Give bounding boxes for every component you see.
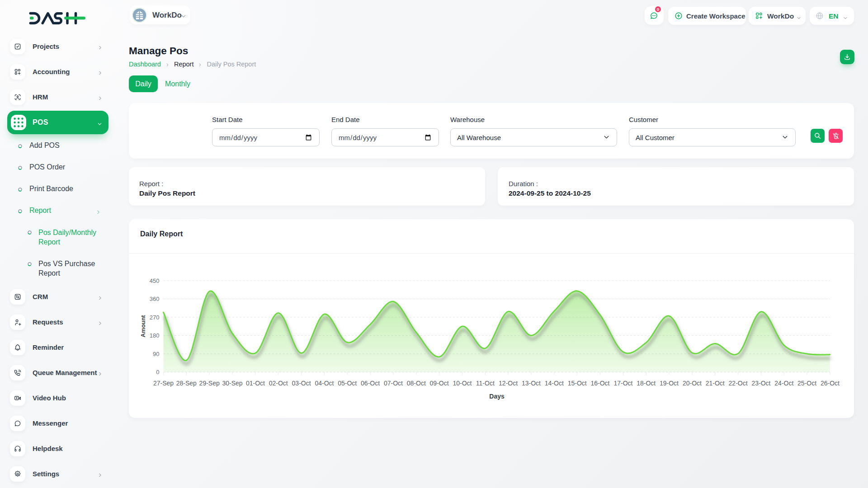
svg-text:Amount: Amount [140,315,146,338]
svg-text:15-Oct: 15-Oct [568,380,587,387]
svg-text:28-Sep: 28-Sep [176,380,197,387]
svg-text:26-Oct: 26-Oct [821,380,840,387]
svg-text:25-Oct: 25-Oct [797,380,816,387]
svg-text:12-Oct: 12-Oct [499,380,518,387]
svg-text:22-Oct: 22-Oct [729,380,748,387]
svg-text:20-Oct: 20-Oct [683,380,702,387]
svg-text:04-Oct: 04-Oct [315,380,334,387]
svg-text:10-Oct: 10-Oct [453,380,472,387]
svg-text:01-Oct: 01-Oct [246,380,265,387]
svg-text:11-Oct: 11-Oct [476,380,495,387]
svg-text:30-Sep: 30-Sep [222,380,242,387]
svg-text:360: 360 [150,296,160,302]
svg-text:0: 0 [156,369,159,375]
svg-text:17-Oct: 17-Oct [613,380,632,387]
svg-text:450: 450 [150,277,160,284]
svg-text:06-Oct: 06-Oct [361,380,380,387]
svg-text:08-Oct: 08-Oct [407,380,426,387]
svg-text:180: 180 [150,332,160,339]
svg-text:09-Oct: 09-Oct [430,380,449,387]
svg-text:29-Sep: 29-Sep [199,380,220,387]
svg-text:05-Oct: 05-Oct [338,380,357,387]
svg-text:23-Oct: 23-Oct [751,380,770,387]
svg-text:03-Oct: 03-Oct [292,380,311,387]
svg-text:21-Oct: 21-Oct [706,380,725,387]
svg-text:07-Oct: 07-Oct [384,380,403,387]
svg-text:02-Oct: 02-Oct [269,380,288,387]
svg-text:16-Oct: 16-Oct [590,380,609,387]
svg-text:90: 90 [153,351,159,357]
svg-text:24-Oct: 24-Oct [774,380,793,387]
svg-text:Days: Days [489,393,505,400]
svg-text:27-Sep: 27-Sep [153,380,174,387]
svg-text:19-Oct: 19-Oct [660,380,679,387]
svg-text:18-Oct: 18-Oct [637,380,656,387]
svg-text:13-Oct: 13-Oct [522,380,541,387]
svg-text:14-Oct: 14-Oct [545,380,564,387]
svg-text:270: 270 [150,314,160,321]
